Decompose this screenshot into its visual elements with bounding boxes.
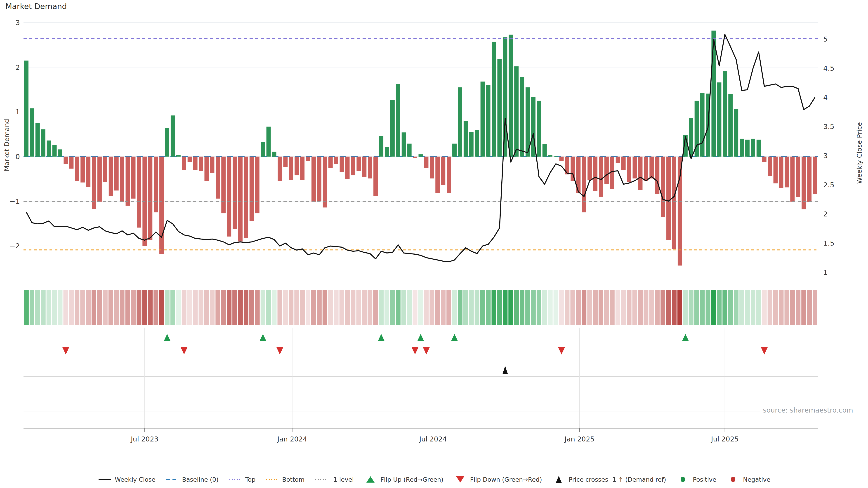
demand-bar-positive	[396, 84, 400, 157]
heatmap-cell	[249, 290, 254, 325]
heatmap-cell	[159, 290, 164, 325]
demand-bar-negative	[255, 157, 259, 213]
demand-bar-positive	[728, 94, 733, 157]
legend-item-label: Positive	[693, 476, 716, 483]
demand-bar-negative	[604, 157, 609, 184]
demand-bar-positive	[475, 130, 479, 157]
demand-bar-negative	[774, 157, 778, 184]
demand-bar-positive	[30, 108, 34, 157]
demand-bar-negative	[120, 157, 124, 202]
heatmap-cell	[35, 290, 40, 325]
heatmap-cell	[559, 290, 564, 325]
heatmap-cell	[790, 290, 795, 325]
demand-bar-negative	[649, 157, 654, 178]
right-tick-label: 4.5	[823, 64, 834, 72]
heatmap-cell	[666, 290, 671, 325]
x-tick-label: Jan 2024	[277, 435, 307, 443]
flip-down-marker	[558, 347, 565, 355]
heatmap-cell	[554, 290, 558, 325]
heatmap-cell	[486, 290, 491, 325]
heatmap-cell	[204, 290, 209, 325]
heatmap-cell	[379, 290, 383, 325]
demand-bar-negative	[587, 157, 592, 180]
heatmap-cell	[801, 290, 806, 325]
heatmap-cell	[773, 290, 778, 325]
demand-bar-negative	[244, 157, 248, 238]
demand-bar-negative	[204, 157, 209, 181]
demand-bar-negative	[210, 157, 214, 173]
heatmap-cell	[604, 290, 609, 325]
legend-item-label: Weekly Close	[115, 476, 156, 483]
heatmap-cell	[413, 290, 417, 325]
left-tick-label: −2	[9, 242, 20, 250]
heatmap-cell	[340, 290, 344, 325]
heatmap-cell	[722, 290, 727, 325]
heatmap-cell	[350, 290, 355, 325]
demand-bar-positive	[35, 123, 40, 157]
chart-legend: Weekly CloseBaseline (0)TopBottom-1 leve…	[0, 475, 868, 484]
demand-bar-positive	[486, 85, 491, 157]
demand-bar-negative	[621, 157, 626, 170]
legend-item: -1 level	[314, 475, 354, 484]
legend-item-label: Baseline (0)	[182, 476, 218, 483]
circle-swatch-icon	[726, 475, 740, 484]
heatmap-cell	[677, 290, 682, 325]
demand-bar-positive	[452, 144, 457, 157]
flip-up-marker	[259, 334, 266, 341]
heatmap-cell	[255, 290, 260, 325]
triangle-up-swatch-icon	[363, 475, 378, 484]
heatmap-cell	[480, 290, 485, 325]
demand-bar-positive	[734, 109, 738, 157]
heatmap-cell	[638, 290, 643, 325]
demand-bar-negative	[582, 157, 586, 213]
triangle-up-narrow-swatch-icon	[552, 475, 566, 484]
demand-bar-negative	[790, 157, 795, 202]
heatmap-cell	[108, 290, 113, 325]
heatmap-cell	[368, 290, 372, 325]
heatmap-cell	[356, 290, 361, 325]
legend-item: Positive	[676, 475, 716, 484]
demand-bar-positive	[170, 116, 175, 157]
heatmap-cell	[565, 290, 569, 325]
heatmap-cell	[717, 290, 721, 325]
flip-down-marker	[62, 347, 69, 355]
demand-bar-positive	[745, 140, 749, 157]
circle-swatch-icon	[676, 475, 690, 484]
heatmap-cell	[92, 290, 96, 325]
demand-bar-positive	[492, 42, 496, 157]
heatmap-cell	[706, 290, 710, 325]
legend-item-label: Negative	[743, 476, 770, 483]
demand-bar-negative	[424, 157, 428, 168]
heatmap-cell	[407, 290, 412, 325]
heatmap-cell	[616, 290, 620, 325]
right-tick-label: 1	[823, 268, 828, 276]
heatmap-cell	[176, 290, 181, 325]
heatmap-cell	[796, 290, 800, 325]
demand-bar-negative	[633, 157, 637, 178]
flip-down-marker	[412, 347, 418, 355]
right-tick-label: 2.5	[823, 181, 834, 189]
left-tick-label: −1	[9, 197, 20, 205]
legend-item-label: Bottom	[282, 476, 305, 483]
heatmap-cell	[492, 290, 496, 325]
flip-up-marker	[417, 334, 424, 341]
legend-item: Baseline (0)	[165, 475, 218, 484]
legend-item-label: Price crosses -1 ↑ (Demand ref)	[569, 476, 666, 483]
heatmap-cell	[103, 290, 107, 325]
dots-swatch-icon	[314, 475, 329, 484]
demand-bar-negative	[148, 157, 152, 240]
heatmap-cell	[649, 290, 654, 325]
heatmap-cell	[232, 290, 237, 325]
demand-bar-negative	[599, 157, 603, 197]
demand-bar-negative	[435, 157, 440, 193]
heatmap-cell	[97, 290, 102, 325]
heatmap-cell	[153, 290, 158, 325]
demand-bar-negative	[289, 157, 293, 180]
heatmap-cell	[728, 290, 733, 325]
demand-bar-positive	[469, 132, 473, 157]
heatmap-cell	[396, 290, 401, 325]
demand-bar-positive	[756, 140, 761, 157]
flip-up-marker	[164, 334, 170, 341]
heatmap-cell	[598, 290, 603, 325]
legend-item-label: -1 level	[331, 476, 354, 483]
